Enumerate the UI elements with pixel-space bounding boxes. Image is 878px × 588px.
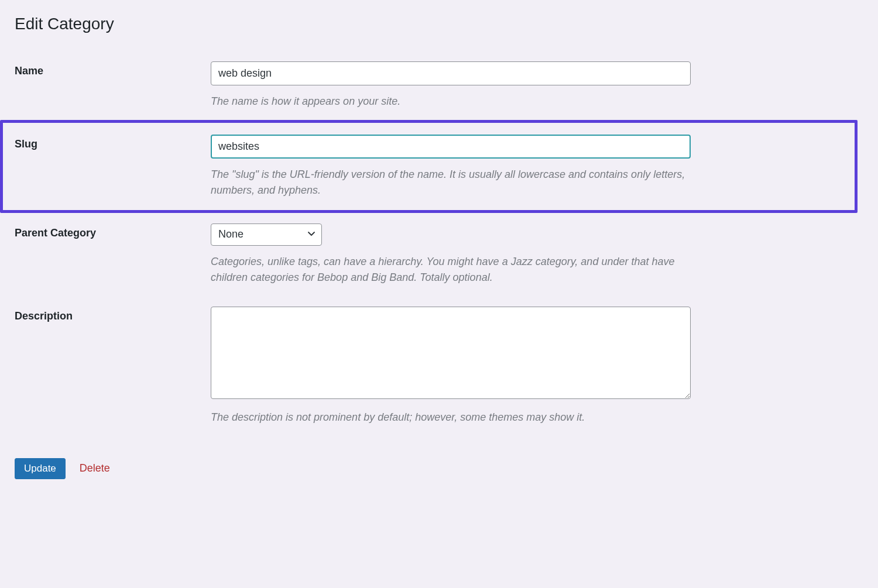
name-description: The name is how it appears on your site. xyxy=(211,94,691,109)
parent-category-select[interactable]: None xyxy=(211,223,322,245)
form-row-description: Description The description is not promi… xyxy=(15,296,863,436)
parent-category-description: Categories, unlike tags, can have a hier… xyxy=(211,254,691,286)
form-actions: Update Delete xyxy=(15,458,863,479)
form-row-parent-category: Parent Category None Categories, unlike … xyxy=(15,213,863,295)
edit-category-form: Name The name is how it appears on your … xyxy=(15,51,863,436)
form-row-name: Name The name is how it appears on your … xyxy=(15,51,863,120)
name-label: Name xyxy=(15,61,211,77)
description-label: Description xyxy=(15,307,211,322)
description-textarea[interactable] xyxy=(211,307,691,399)
form-row-slug: Slug The "slug" is the URL-friendly vers… xyxy=(0,120,858,213)
slug-input[interactable] xyxy=(211,135,691,159)
delete-link[interactable]: Delete xyxy=(80,462,110,474)
slug-label: Slug xyxy=(15,135,211,150)
update-button[interactable]: Update xyxy=(15,458,66,479)
parent-category-label: Parent Category xyxy=(15,223,211,239)
slug-description: The "slug" is the URL-friendly version o… xyxy=(211,167,691,198)
name-input[interactable] xyxy=(211,61,691,85)
description-description: The description is not prominent by defa… xyxy=(211,410,691,425)
page-title: Edit Category xyxy=(15,15,863,33)
